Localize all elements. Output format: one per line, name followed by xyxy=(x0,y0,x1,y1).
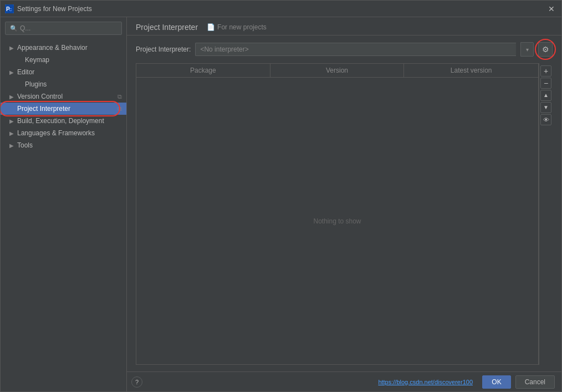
cancel-button[interactable]: Cancel xyxy=(515,375,555,389)
expand-arrow-vcs: ▶ xyxy=(9,94,15,100)
sidebar-item-tools-label: Tools xyxy=(17,141,33,149)
close-button[interactable]: ✕ xyxy=(546,3,557,14)
interpreter-settings-button[interactable]: ⚙ xyxy=(538,42,553,57)
footer-link[interactable]: https://blog.csdn.net/discoverer100 xyxy=(378,379,473,385)
sidebar-item-build-label: Build, Execution, Deployment xyxy=(17,117,104,125)
sidebar-item-languages-label: Languages & Frameworks xyxy=(17,129,95,137)
help-button[interactable]: ? xyxy=(131,376,142,388)
sidebar-item-plugins-label: Plugins xyxy=(25,80,47,88)
sidebar-item-vcs-label: Version Control xyxy=(17,93,63,100)
sidebar-item-tools[interactable]: ▶ Tools xyxy=(1,139,126,151)
expand-arrow-tools: ▶ xyxy=(9,142,15,149)
help-label: ? xyxy=(135,379,139,385)
sidebar: 🔍 ▶ Appearance & Behavior Keymap ▶ Edito xyxy=(1,17,127,391)
gear-red-circle xyxy=(535,39,556,60)
titlebar: P C Settings for New Projects ✕ xyxy=(1,1,561,17)
interpreter-label: Project Interpreter: xyxy=(136,45,191,53)
expand-arrow-appearance: ▶ xyxy=(9,45,15,51)
scroll-up-button[interactable]: ▲ xyxy=(540,90,551,101)
sidebar-item-appearance-label: Appearance & Behavior xyxy=(17,44,88,52)
sidebar-item-editor[interactable]: ▶ Editor xyxy=(1,66,126,78)
footer: ? https://blog.csdn.net/discoverer100 OK… xyxy=(127,371,561,391)
search-icon: 🔍 xyxy=(10,25,18,32)
packages-table: Package Version Latest version Nothing t… xyxy=(136,63,539,365)
sidebar-item-appearance[interactable]: ▶ Appearance & Behavior xyxy=(1,42,126,54)
panel-tab-new-projects[interactable]: 📄 For new projects xyxy=(207,23,267,31)
sidebar-item-project-interpreter-label: Project Interpreter xyxy=(17,105,70,113)
settings-window: P C Settings for New Projects ✕ 🔍 ▶ Appe… xyxy=(0,0,562,392)
tab-icon: 📄 xyxy=(207,23,215,31)
interpreter-dropdown-arrow[interactable]: ▾ xyxy=(520,42,534,57)
app-icon: P C xyxy=(5,4,14,13)
remove-package-button[interactable]: − xyxy=(540,78,551,89)
table-wrapper: Package Version Latest version Nothing t… xyxy=(136,63,553,365)
interpreter-value: <No interpreter> xyxy=(200,45,248,53)
sidebar-item-vcs[interactable]: ▶ Version Control ⧉ xyxy=(1,90,126,103)
search-input[interactable] xyxy=(20,24,117,32)
main-content: 🔍 ▶ Appearance & Behavior Keymap ▶ Edito xyxy=(1,17,561,391)
expand-arrow-build: ▶ xyxy=(9,118,15,124)
table-header: Package Version Latest version xyxy=(136,64,538,78)
sidebar-item-project-interpreter[interactable]: Project Interpreter ⧉ xyxy=(1,103,126,115)
view-options-button[interactable]: 👁 xyxy=(540,114,551,125)
expand-arrow-editor: ▶ xyxy=(9,69,15,75)
ok-button[interactable]: OK xyxy=(482,375,510,389)
right-panel: Project Interpreter 📄 For new projects P… xyxy=(127,17,561,391)
interpreter-dropdown[interactable]: <No interpreter> xyxy=(195,43,516,56)
scroll-down-button[interactable]: ▼ xyxy=(540,102,551,113)
col-latest-version: Latest version xyxy=(404,64,538,77)
sidebar-item-plugins[interactable]: Plugins xyxy=(1,78,126,90)
nav-tree: ▶ Appearance & Behavior Keymap ▶ Editor … xyxy=(1,39,126,391)
sidebar-item-editor-label: Editor xyxy=(17,68,34,76)
empty-message: Nothing to show xyxy=(313,217,361,225)
sidebar-item-keymap[interactable]: Keymap xyxy=(1,54,126,66)
expand-arrow-languages: ▶ xyxy=(9,130,15,136)
table-body: Nothing to show xyxy=(136,78,538,364)
search-box[interactable]: 🔍 xyxy=(5,22,122,35)
panel-content: Project Interpreter: <No interpreter> ▾ … xyxy=(127,35,561,371)
sidebar-item-languages[interactable]: ▶ Languages & Frameworks xyxy=(1,127,126,139)
packages-section: Package Version Latest version Nothing t… xyxy=(136,63,553,365)
panel-tab-label: For new projects xyxy=(217,23,267,31)
col-version: Version xyxy=(270,64,405,77)
sidebar-item-keymap-label: Keymap xyxy=(25,56,49,64)
pi-copy-icon: ⧉ xyxy=(117,105,122,113)
add-package-button[interactable]: + xyxy=(540,65,551,77)
table-sidebar: + − ▲ ▼ 👁 xyxy=(539,63,553,365)
interpreter-row: Project Interpreter: <No interpreter> ▾ … xyxy=(136,42,553,57)
sidebar-item-build[interactable]: ▶ Build, Execution, Deployment xyxy=(1,115,126,127)
col-package: Package xyxy=(136,64,270,77)
svg-text:C: C xyxy=(9,7,12,12)
vcs-copy-icon: ⧉ xyxy=(117,93,122,100)
panel-header: Project Interpreter 📄 For new projects xyxy=(127,17,561,35)
panel-title: Project Interpreter xyxy=(136,23,198,32)
window-title: Settings for New Projects xyxy=(17,5,546,13)
